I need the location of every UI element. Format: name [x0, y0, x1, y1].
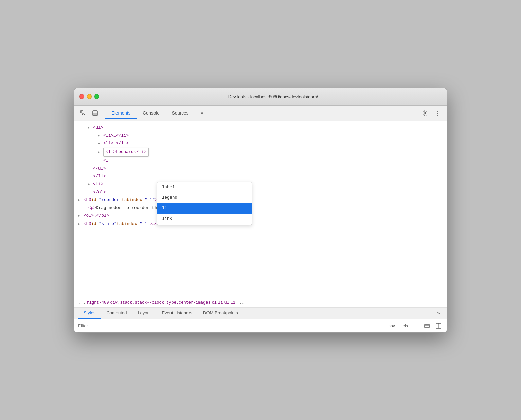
tag-h3-state-open: <h3 [84, 221, 91, 228]
toolbar-icons [78, 108, 100, 118]
devtools-window: DevTools - localhost:8080/docs/devtools/… [74, 88, 447, 333]
p-drag-text: Drag nodes to reorder them. [96, 205, 165, 212]
dom-line-li2[interactable]: ▶ <li>…</li> [74, 140, 447, 147]
filter-actions: :hov .cls + [385, 321, 443, 330]
autocomplete-li[interactable]: li [157, 203, 252, 214]
titlebar: DevTools - localhost:8080/docs/devtools/… [74, 88, 447, 106]
panel-tab-computed[interactable]: Computed [101, 308, 132, 319]
panel-tab-styles[interactable]: Styles [78, 308, 101, 319]
more-menu-button[interactable]: ⋮ [432, 109, 443, 118]
dom-line-h3-reorder[interactable]: ▶ <h3 id="reorder" tabindex="-1" >…</h3> [74, 196, 447, 204]
tag-h3-reorder-open: <h3 [84, 197, 91, 204]
tag-li-leonard: <li>Leonard</li> [106, 150, 146, 154]
attr-id-reorder: id= [91, 197, 99, 204]
traffic-lights [79, 94, 99, 99]
panel-tab-event-listeners[interactable]: Event Listeners [156, 308, 198, 319]
triangle-ul-close [88, 166, 92, 172]
triangle-li-close [88, 174, 92, 179]
autocomplete-link[interactable]: link [157, 214, 252, 224]
inspect-element-button[interactable] [78, 108, 88, 118]
toolbar-right: ⋮ [420, 108, 443, 118]
dom-line-li-leonard[interactable]: ▶ <li>Leonard</li> [74, 147, 447, 157]
svg-point-3 [424, 112, 426, 114]
attr-tabindex-state: tabindex= [117, 221, 140, 228]
filter-input[interactable] [78, 323, 382, 328]
dom-line-ol-close[interactable]: </ol> [74, 189, 447, 196]
tag-ul-close: </ul> [93, 165, 106, 172]
dom-line-p-drag[interactable]: <p> Drag nodes to reorder them. </p> [74, 204, 447, 212]
triangle-li-dots: ▶ [88, 181, 92, 187]
plus-button[interactable]: + [413, 322, 420, 330]
autocomplete-legend-bold: l [162, 195, 165, 200]
breadcrumb-li1[interactable]: li [218, 300, 223, 305]
triangle-h3-reorder: ▶ [78, 197, 83, 203]
close-button[interactable] [79, 94, 84, 99]
tag-li1: <li>…</li> [103, 132, 129, 139]
attr-id-state: id= [91, 221, 99, 228]
attr-value-state: "state" [99, 221, 117, 228]
node-edit-popup: <li>Leonard</li> [103, 148, 149, 156]
autocomplete-label-bold: l [162, 185, 165, 190]
breadcrumb-ellipsis-right: ... [237, 300, 244, 305]
breadcrumb-ol[interactable]: ol [212, 300, 217, 305]
toolbar-tabs: Elements Console Sources » [105, 108, 420, 119]
dom-line-li1[interactable]: ▶ <li>…</li> [74, 132, 447, 140]
dom-line-ul[interactable]: ▼ <ul> [74, 124, 447, 132]
maximize-button[interactable] [94, 94, 99, 99]
breadcrumb-ul[interactable]: ul [224, 300, 229, 305]
triangle-li1: ▶ [98, 133, 103, 139]
breadcrumb-div-stack[interactable]: div.stack.stack--block.type.center-image… [110, 300, 210, 305]
style-editor-button[interactable] [423, 321, 431, 330]
dom-line-typing[interactable]: <l [74, 157, 447, 165]
attr-tabindex-reorder: tabindex= [122, 197, 145, 204]
dom-line-h3-state[interactable]: ▶ <h3 id="state" tabindex="-1" >…</h3> [74, 220, 447, 228]
dom-line-ul-close[interactable]: </ul> [74, 165, 447, 173]
tag-ol-close: </ol> [93, 189, 106, 196]
breadcrumb-li2[interactable]: li [231, 300, 235, 305]
autocomplete-li-bold: l [162, 206, 165, 211]
breadcrumb-right400[interactable]: right-400 [87, 300, 109, 305]
tab-elements[interactable]: Elements [105, 108, 137, 119]
autocomplete-label[interactable]: label [157, 182, 252, 193]
autocomplete-legend[interactable]: legend [157, 193, 252, 203]
tag-ol-dots: <ol>…</ol> [84, 212, 109, 220]
toolbar: Elements Console Sources » ⋮ [74, 106, 447, 121]
attr-value-tabindex-state: "-1" [140, 221, 150, 228]
tag-li-close: </li> [93, 173, 106, 180]
svg-rect-4 [425, 324, 429, 328]
triangle-li2: ▶ [98, 141, 103, 146]
dom-line-li-dots[interactable]: ▶ <li>… [74, 180, 447, 188]
dom-tree: ▼ <ul> ▶ <li>…</li> ▶ <li>…</li> ▶ <li>L… [74, 121, 447, 298]
bottom-panel: Styles Computed Layout Event Listeners D… [74, 308, 447, 332]
dock-button[interactable] [90, 108, 100, 118]
tag-li2: <li>…</li> [103, 140, 129, 147]
breadcrumb-bar: ... right-400 div.stack.stack--block.typ… [74, 298, 447, 308]
triangle-h3-state: ▶ [78, 221, 83, 227]
triangle-typing [98, 158, 103, 164]
dom-line-ol-dots[interactable]: ▶ <ol>…</ol> [74, 212, 447, 220]
layout-editor-button[interactable] [434, 321, 443, 330]
triangle-ol-close [88, 190, 92, 195]
triangle-p-drag [83, 205, 88, 211]
tag-li-dots: <li>… [93, 181, 106, 188]
settings-button[interactable] [420, 108, 429, 118]
panel-tab-layout[interactable]: Layout [132, 308, 156, 319]
triangle-li-leonard: ▶ [98, 149, 103, 155]
svg-rect-2 [93, 113, 97, 116]
panel-tab-dom-breakpoints[interactable]: DOM Breakpoints [198, 308, 244, 319]
panel-more-button[interactable]: » [434, 309, 443, 317]
panel-tabs: Styles Computed Layout Event Listeners D… [74, 308, 447, 319]
autocomplete-popup: label legend li link [157, 182, 252, 225]
attr-value-reorder: "reorder" [99, 197, 122, 204]
dom-line-li-close[interactable]: </li> [74, 173, 447, 180]
tag-typing: <l [103, 157, 108, 164]
tab-more[interactable]: » [195, 108, 210, 119]
window-title: DevTools - localhost:8080/docs/devtools/… [105, 94, 442, 99]
cls-button[interactable]: .cls [400, 323, 410, 329]
hov-button[interactable]: :hov [385, 323, 397, 329]
tab-sources[interactable]: Sources [166, 108, 195, 119]
autocomplete-link-bold: l [162, 216, 165, 221]
tab-console[interactable]: Console [137, 108, 166, 119]
minimize-button[interactable] [87, 94, 92, 99]
filter-bar: :hov .cls + [74, 319, 447, 332]
